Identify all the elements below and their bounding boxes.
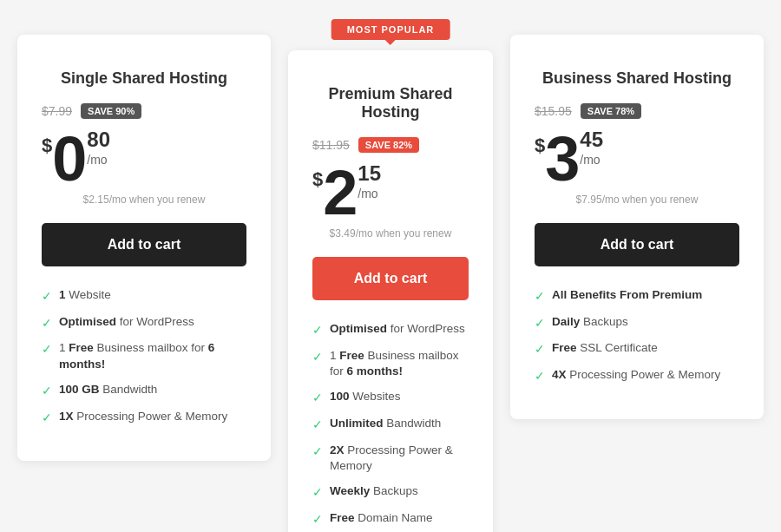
price-period-business: /mo	[580, 153, 603, 167]
list-item: ✓Unlimited Bandwidth	[312, 416, 469, 434]
list-item: ✓100 Websites	[312, 389, 469, 407]
price-row-business: $15.95 SAVE 78%	[535, 103, 739, 119]
price-row-single: $7.99 SAVE 90%	[42, 103, 246, 119]
renew-text-single: $2.15/mo when you renew	[42, 194, 246, 206]
price-decimal-premium: 15	[358, 161, 381, 187]
check-icon: ✓	[42, 288, 52, 305]
original-price-premium: $11.95	[312, 138, 350, 152]
check-icon: ✓	[312, 390, 323, 407]
check-icon: ✓	[312, 443, 323, 461]
price-decimal-block-business: 45 /mo	[580, 128, 603, 172]
price-decimal-single: 80	[87, 128, 110, 153]
price-period-premium: /mo	[358, 187, 381, 200]
features-list-single: ✓1 Website ✓Optimised for WordPress ✓1 F…	[42, 287, 246, 426]
price-decimal-block-premium: 15 /mo	[358, 161, 381, 206]
original-price-single: $7.99	[42, 104, 72, 118]
check-icon: ✓	[42, 383, 52, 400]
check-icon: ✓	[312, 484, 323, 502]
list-item: ✓1 Free Business mailbox for 6 months!	[42, 340, 246, 373]
price-whole-business: 3	[545, 128, 580, 190]
plan-title-single: Single Shared Hosting	[42, 69, 246, 88]
list-item: ✓Optimised for WordPress	[312, 321, 469, 339]
original-price-business: $15.95	[535, 104, 572, 118]
check-icon: ✓	[312, 349, 323, 366]
save-badge-single: SAVE 90%	[81, 103, 141, 119]
list-item: ✓Weekly Backups	[312, 483, 469, 502]
plan-card-premium: Premium Shared Hosting $11.95 SAVE 82% $…	[288, 50, 493, 532]
check-icon: ✓	[535, 368, 545, 385]
check-icon: ✓	[312, 322, 323, 339]
plan-title-premium: Premium Shared Hosting	[312, 85, 469, 122]
check-icon: ✓	[312, 511, 323, 529]
add-to-cart-business[interactable]: Add to cart	[535, 223, 739, 266]
price-dollar-single: $	[42, 135, 52, 157]
price-dollar-premium: $	[312, 168, 323, 191]
check-icon: ✓	[42, 341, 52, 358]
price-dollar-business: $	[535, 135, 545, 157]
price-decimal-business: 45	[580, 128, 603, 153]
renew-text-premium: $3.49/mo when you renew	[312, 227, 469, 240]
pricing-container: Single Shared Hosting $7.99 SAVE 90% $ 0…	[17, 35, 764, 532]
check-icon: ✓	[535, 315, 545, 332]
list-item: ✓1X Processing Power & Memory	[42, 409, 246, 427]
list-item: ✓1 Free Business mailbox for 6 months!	[312, 348, 469, 381]
price-main-single: $ 0 80 /mo	[42, 128, 246, 190]
check-icon: ✓	[535, 341, 545, 358]
plan-card-business: Business Shared Hosting $15.95 SAVE 78% …	[510, 35, 764, 419]
price-period-single: /mo	[87, 153, 110, 167]
popular-wrapper: MOST POPULAR Premium Shared Hosting $11.…	[288, 35, 493, 532]
list-item: ✓Optimised for WordPress	[42, 314, 246, 332]
price-whole-single: 0	[52, 128, 87, 190]
renew-text-business: $7.95/mo when you renew	[535, 194, 739, 206]
most-popular-badge: MOST POPULAR	[331, 19, 450, 40]
price-main-premium: $ 2 15 /mo	[312, 161, 469, 224]
plan-card-single: Single Shared Hosting $7.99 SAVE 90% $ 0…	[17, 35, 271, 461]
features-list-business: ✓All Benefits From Premium ✓Daily Backup…	[535, 287, 739, 384]
save-badge-business: SAVE 78%	[581, 103, 641, 119]
check-icon: ✓	[42, 315, 52, 332]
list-item: ✓All Benefits From Premium	[535, 287, 739, 305]
price-decimal-block-single: 80 /mo	[87, 128, 110, 172]
list-item: ✓4X Processing Power & Memory	[535, 367, 739, 385]
add-to-cart-premium[interactable]: Add to cart	[312, 257, 469, 300]
features-list-premium: ✓Optimised for WordPress ✓1 Free Busines…	[312, 321, 469, 529]
save-badge-premium: SAVE 82%	[358, 137, 419, 153]
price-row-premium: $11.95 SAVE 82%	[312, 137, 469, 153]
list-item: ✓Free Domain Name	[312, 510, 469, 529]
price-main-business: $ 3 45 /mo	[535, 128, 739, 190]
price-whole-premium: 2	[323, 161, 358, 224]
check-icon: ✓	[312, 417, 323, 434]
list-item: ✓Free SSL Certificate	[535, 340, 739, 358]
add-to-cart-single[interactable]: Add to cart	[42, 223, 246, 266]
check-icon: ✓	[42, 410, 52, 427]
list-item: ✓1 Website	[42, 287, 246, 305]
plan-title-business: Business Shared Hosting	[535, 69, 739, 88]
check-icon: ✓	[535, 288, 545, 305]
list-item: ✓Daily Backups	[535, 314, 739, 332]
list-item: ✓100 GB Bandwidth	[42, 382, 246, 400]
list-item: ✓2X Processing Power & Memory	[312, 443, 469, 476]
